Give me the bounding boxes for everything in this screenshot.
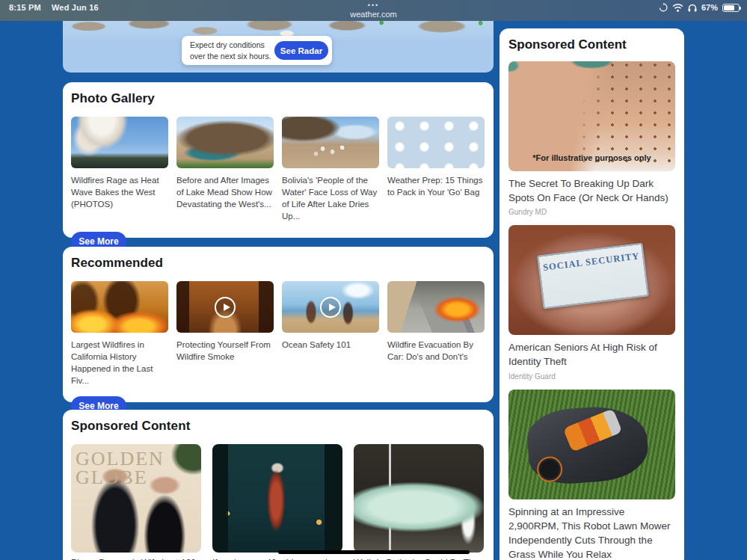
gallery-caption[interactable]: Bolivia's 'People of the Water' Face Los… xyxy=(282,174,379,222)
recommended-caption[interactable]: Ocean Safety 101 xyxy=(282,339,379,387)
screen: 8:15 PM Wed Jun 16 ••• weather.com 67% E… xyxy=(0,0,747,560)
photo-gallery-title: Photo Gallery xyxy=(71,91,485,106)
sponsored-caption[interactable]: Walk-In Bathtubs Could Be Th xyxy=(354,557,484,560)
recommended-thumb-california-wildfire[interactable] xyxy=(71,281,168,333)
status-bar: 8:15 PM Wed Jun 16 ••• weather.com 67% xyxy=(0,0,747,21)
radar-message: Expect dry conditions over the next six … xyxy=(182,40,276,61)
photo-gallery-captions: Wildfires Rage as Heat Wave Bakes the We… xyxy=(71,174,485,222)
sidebar-item-source: Gundry MD xyxy=(508,208,675,216)
headphones-icon xyxy=(688,4,697,12)
gallery-thumb-water-bottles[interactable] xyxy=(387,117,485,168)
gallery-thumb-lake-mead[interactable] xyxy=(176,117,274,168)
mower-body-shape xyxy=(526,403,651,486)
sponsored-caption[interactable]: Pierce Brosnan's Wife Lost 120 xyxy=(71,557,201,560)
sponsored-thumb-game-character[interactable] xyxy=(212,444,342,553)
photo-gallery-thumbs xyxy=(71,117,485,168)
sidebar-item-title[interactable]: American Seniors At High Risk of Identit… xyxy=(508,340,675,369)
sponsored-thumb-golden-globes[interactable]: GOLDEN GLOBE xyxy=(71,444,201,553)
recommended-caption[interactable]: Largest Wildfires in California History … xyxy=(71,339,168,387)
sidebar-thumb-robot-mower[interactable] xyxy=(508,390,675,499)
sidebar-item-source: Identity Guard xyxy=(508,372,675,381)
multitask-dots-icon[interactable]: ••• xyxy=(0,1,747,9)
sponsored-content-title: Sponsored Content xyxy=(71,419,485,434)
image-disclaimer-text: *For illustrative purposes only xyxy=(508,153,675,162)
sidebar-item-title[interactable]: The Secret To Breaking Up Dark Spots On … xyxy=(508,176,675,205)
recommended-thumb-evacuation[interactable] xyxy=(387,281,485,333)
battery-fill xyxy=(724,5,734,10)
sponsored-captions: Pierce Brosnan's Wife Lost 120 If you're… xyxy=(71,557,485,560)
sidebar-thumb-dark-spots[interactable]: *For illustrative purposes only xyxy=(508,61,675,171)
see-radar-button[interactable]: See Radar xyxy=(274,41,328,60)
home-indicator[interactable] xyxy=(278,550,470,554)
mower-wheel-shape xyxy=(536,455,563,482)
battery-percent: 67% xyxy=(701,3,718,12)
gallery-thumb-bolivia[interactable] xyxy=(282,117,379,168)
battery-icon xyxy=(722,4,740,12)
gallery-caption[interactable]: Weather Prep: 15 Things to Pack in Your … xyxy=(387,174,485,222)
radar-map-card[interactable]: Expect dry conditions over the next six … xyxy=(63,21,494,73)
address-url[interactable]: weather.com xyxy=(0,10,747,19)
recommended-thumbs xyxy=(71,281,485,333)
mower-stripe-shape xyxy=(563,408,622,452)
sponsored-caption[interactable]: If you're over 40...this game is xyxy=(212,557,342,560)
status-center: ••• weather.com xyxy=(0,0,747,19)
wifi-icon xyxy=(672,4,683,12)
status-right: 67% xyxy=(659,3,740,12)
gallery-caption[interactable]: Before and After Images of Lake Mead Sho… xyxy=(176,174,274,222)
play-icon[interactable] xyxy=(215,297,236,318)
recommended-thumb-wildfire-smoke-video[interactable] xyxy=(176,281,274,333)
photo-gallery-card: Photo Gallery Wildfires Rage as Heat Wav… xyxy=(63,82,494,238)
recommended-card: Recommended Largest Wildfires in Califor… xyxy=(63,247,494,402)
gallery-caption[interactable]: Wildfires Rage as Heat Wave Bakes the We… xyxy=(71,174,168,222)
sponsored-content-card: Sponsored Content GOLDEN GLOBE Pierce Br… xyxy=(63,410,494,560)
sidebar-sponsored: Sponsored Content *For illustrative purp… xyxy=(499,28,684,560)
sidebar-thumb-social-security[interactable]: SOCIAL SECURITY xyxy=(508,225,675,335)
recommended-thumb-ocean-safety-video[interactable] xyxy=(282,281,379,333)
recommended-caption[interactable]: Wildfire Evacuation By Car: Do's and Don… xyxy=(387,339,485,387)
golden-globe-backdrop-text: GOLDEN GLOBE xyxy=(76,450,165,487)
recommended-caption[interactable]: Protecting Yourself From Wildfire Smoke xyxy=(176,339,274,387)
rotation-lock-icon xyxy=(659,3,668,12)
recommended-captions: Largest Wildfires in California History … xyxy=(71,339,485,387)
sidebar-title: Sponsored Content xyxy=(508,37,675,52)
social-security-card: SOCIAL SECURITY xyxy=(537,243,649,310)
gallery-thumb-wildfire-smoke[interactable] xyxy=(71,117,168,168)
recommended-title: Recommended xyxy=(71,256,485,271)
sponsored-thumbs: GOLDEN GLOBE xyxy=(71,444,485,553)
play-icon[interactable] xyxy=(320,297,341,318)
sidebar-item-title[interactable]: Spinning at an Impressive 2,900RPM, This… xyxy=(508,505,675,560)
radar-banner: Expect dry conditions over the next six … xyxy=(182,36,332,65)
sponsored-thumb-walk-in-bathtub[interactable] xyxy=(354,444,484,553)
